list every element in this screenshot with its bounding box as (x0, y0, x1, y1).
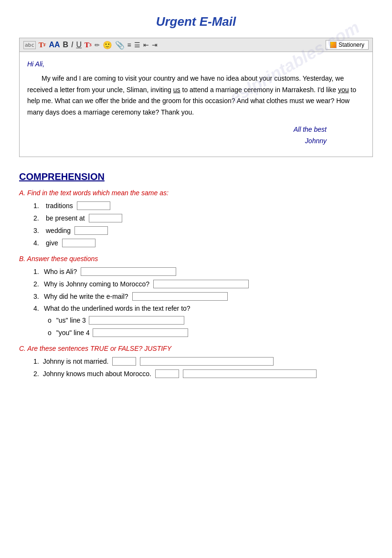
toolbar-underline[interactable]: U (76, 41, 82, 49)
answer-c2-tf[interactable] (155, 369, 179, 378)
underline-you: you (338, 86, 349, 94)
toolbar-bold[interactable]: B (63, 41, 69, 49)
section-c: C. Are these sentences TRUE or FALSE? JU… (19, 345, 373, 378)
toolbar-pen[interactable]: ✏ (95, 42, 100, 49)
section-b: B. Answer these questions 1. Who is Ali?… (19, 255, 373, 337)
answer-c1-tf[interactable] (112, 357, 136, 366)
list-item: 3. wedding (33, 226, 373, 235)
page-title: Urgent E-Mail (19, 14, 373, 29)
b-sub-q2: o "you" line 4 (19, 328, 373, 337)
answer-wedding[interactable] (74, 226, 108, 235)
toolbar-indent2[interactable]: ⇥ (152, 41, 158, 49)
answer-give[interactable] (62, 239, 95, 247)
underline-us: us (173, 86, 180, 94)
toolbar-t3[interactable]: T3 (85, 41, 92, 49)
toolbar-list[interactable]: ☰ (134, 41, 140, 49)
section-a-instruction: A. Find in the text words which mean the… (19, 189, 373, 197)
sign-line2: Johnny (27, 136, 327, 147)
email-box: abc TF AA B I U T3 ✏ 🙂 📎 ≡ ☰ ⇤ ⇥ Station… (19, 38, 373, 157)
toolbar-attach[interactable]: 📎 (115, 41, 125, 50)
toolbar-indent1[interactable]: ⇤ (143, 41, 149, 49)
b-q2: 2. Why is Johnny coming to Morocco? (19, 280, 373, 288)
email-toolbar: abc TF AA B I U T3 ✏ 🙂 📎 ≡ ☰ ⇤ ⇥ Station… (20, 38, 372, 52)
sign-line1: All the best (27, 124, 327, 136)
answer-b3[interactable] (132, 292, 228, 301)
b-sub-q1: o "us" line 3 (19, 316, 373, 325)
answer-traditions[interactable] (77, 201, 110, 210)
stationery-button[interactable]: Stationery (326, 40, 369, 50)
c-q1: 1. Johnny is not married. (19, 357, 373, 366)
answer-b2[interactable] (153, 280, 249, 288)
answer-b1[interactable] (81, 267, 176, 276)
section-a: A. Find in the text words which mean the… (19, 189, 373, 247)
toolbar-tf[interactable]: TF (39, 41, 46, 49)
answer-c2-just[interactable] (183, 369, 317, 378)
section-b-instruction: B. Answer these questions (19, 255, 373, 263)
answer-you[interactable] (93, 328, 188, 337)
email-signature: All the best Johnny (27, 124, 365, 147)
toolbar-align1[interactable]: ≡ (127, 41, 131, 49)
stationery-label: Stationery (339, 42, 364, 48)
email-body: Hi Ali, My wife and I are coming to visi… (20, 52, 372, 157)
comprehension-section: COMPREHENSION A. Find in the text words … (19, 171, 373, 378)
list-item: 1. traditions (33, 201, 373, 210)
list-item: 4. give (33, 239, 373, 247)
toolbar-smiley[interactable]: 🙂 (103, 41, 112, 50)
toolbar-abc[interactable]: abc (23, 41, 36, 49)
toolbar-aa[interactable]: AA (49, 41, 60, 49)
answer-present[interactable] (89, 214, 122, 222)
answer-c1-just[interactable] (140, 357, 274, 366)
section-a-list: 1. traditions 2. be present at 3. weddin… (19, 201, 373, 247)
comprehension-heading: COMPREHENSION (19, 171, 373, 182)
b-q3: 3. Why did he write the e-mail? (19, 292, 373, 301)
stationery-icon (330, 42, 337, 48)
answer-us[interactable] (89, 316, 184, 325)
b-q1: 1. Who is Ali? (19, 267, 373, 276)
toolbar-italic[interactable]: I (71, 41, 73, 49)
b-q4: 4. What do the underlined words in the t… (19, 305, 373, 312)
c-q2: 2. Johnny knows much about Morocco. (19, 369, 373, 378)
email-greeting: Hi Ali, (27, 59, 365, 70)
section-c-instruction: C. Are these sentences TRUE or FALSE? JU… (19, 345, 373, 352)
email-content: My wife and I are coming to visit your c… (27, 73, 365, 118)
list-item: 2. be present at (33, 214, 373, 222)
